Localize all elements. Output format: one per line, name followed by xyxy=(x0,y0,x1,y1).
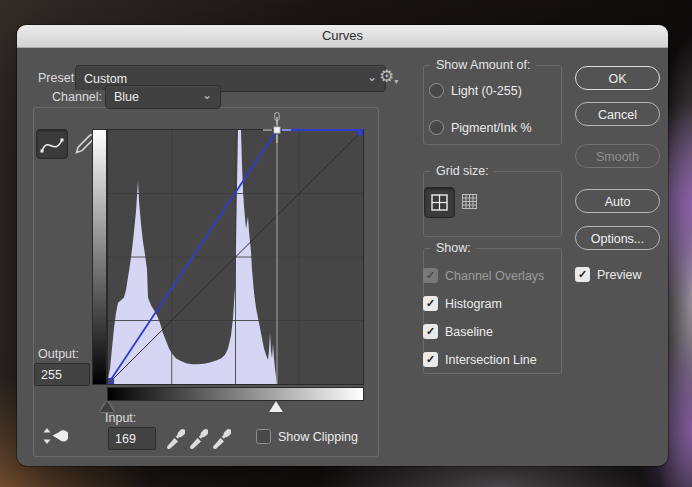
histogram-label: Histogram xyxy=(445,297,502,311)
gear-icon: ⚙ xyxy=(379,67,394,86)
input-value-field[interactable] xyxy=(108,427,156,450)
curve-plot-svg xyxy=(108,130,363,384)
ok-button[interactable]: OK xyxy=(575,66,660,90)
baseline-row: Baseline xyxy=(423,324,493,339)
show-legend: Show: xyxy=(431,241,476,255)
chevron-down-icon: ⌄ xyxy=(367,72,377,82)
eyedropper-icon xyxy=(165,425,185,451)
input-label: Input: xyxy=(105,411,136,425)
screen: Curves Preset: Custom ⌄ ⚙▾ Channel: Blue… xyxy=(0,0,692,487)
preview-checkbox[interactable] xyxy=(575,267,590,282)
gray-point-eyedropper-button[interactable] xyxy=(188,425,208,455)
show-clipping-row: Show Clipping xyxy=(256,429,358,444)
preset-value: Custom xyxy=(84,72,127,86)
pigment-radio-label: Pigment/Ink % xyxy=(451,121,532,135)
tenth-grid-button[interactable] xyxy=(455,187,484,216)
pigment-ink-radio[interactable] xyxy=(429,120,444,135)
channel-label: Channel: xyxy=(47,90,107,104)
baseline-label: Baseline xyxy=(445,325,493,339)
channel-select[interactable]: Blue ⌄ xyxy=(105,85,221,109)
curves-dialog: Curves Preset: Custom ⌄ ⚙▾ Channel: Blue… xyxy=(17,25,668,466)
curve-plot[interactable] xyxy=(107,129,364,385)
input-gradient-bar xyxy=(107,387,364,401)
pigment-radio-row: Pigment/Ink % xyxy=(429,120,532,135)
preview-label: Preview xyxy=(597,268,641,282)
histogram-checkbox[interactable] xyxy=(423,296,438,311)
output-label: Output: xyxy=(38,347,79,361)
light-radio-label: Light (0-255) xyxy=(451,84,522,98)
tenth-grid-icon xyxy=(462,194,477,209)
window-titlebar[interactable]: Curves xyxy=(17,25,668,48)
preset-menu-button[interactable]: ⚙▾ xyxy=(379,68,398,90)
curve-tool-icon xyxy=(39,133,65,155)
eyedropper-icon xyxy=(188,425,208,451)
chevron-down-icon: ⌄ xyxy=(202,90,212,100)
channel-overlays-checkbox[interactable] xyxy=(423,268,438,283)
triangle-down-icon: ▾ xyxy=(394,77,398,86)
baseline-checkbox[interactable] xyxy=(423,324,438,339)
light-radio-row: Light (0-255) xyxy=(429,83,522,98)
output-value-field[interactable] xyxy=(34,363,90,386)
smooth-button[interactable]: Smooth xyxy=(575,144,660,168)
light-radio[interactable] xyxy=(429,83,444,98)
targeted-adjustment-button[interactable] xyxy=(40,425,68,451)
auto-button[interactable]: Auto xyxy=(575,189,660,213)
channel-value: Blue xyxy=(114,90,139,104)
output-gradient-bar xyxy=(92,129,107,385)
window-title: Curves xyxy=(322,28,363,43)
grid-size-legend: Grid size: xyxy=(431,164,494,178)
intersection-line-checkbox[interactable] xyxy=(423,352,438,367)
channel-overlays-label: Channel Overlays xyxy=(445,269,544,283)
intersection-line-row: Intersection Line xyxy=(423,352,537,367)
eyedropper-icon xyxy=(211,425,231,451)
preview-row: Preview xyxy=(575,267,641,282)
show-clipping-checkbox[interactable] xyxy=(256,429,271,444)
white-point-eyedropper-button[interactable] xyxy=(211,425,231,455)
highlight-input-slider[interactable] xyxy=(269,401,283,412)
show-amount-legend: Show Amount of: xyxy=(431,58,536,72)
intersection-line-label: Intersection Line xyxy=(445,353,537,367)
channel-overlays-row: Channel Overlays xyxy=(423,268,544,283)
black-point-eyedropper-button[interactable] xyxy=(165,425,185,455)
cancel-button[interactable]: Cancel xyxy=(575,102,660,126)
show-clipping-label: Show Clipping xyxy=(278,430,358,444)
quarter-grid-button[interactable] xyxy=(424,187,455,218)
curve-tool-button[interactable] xyxy=(36,129,68,159)
preset-label: Preset: xyxy=(38,71,78,85)
options-button[interactable]: Options... xyxy=(575,226,660,250)
histogram-row: Histogram xyxy=(423,296,502,311)
quarter-grid-icon xyxy=(431,194,448,211)
targeted-adjustment-icon xyxy=(40,425,68,447)
